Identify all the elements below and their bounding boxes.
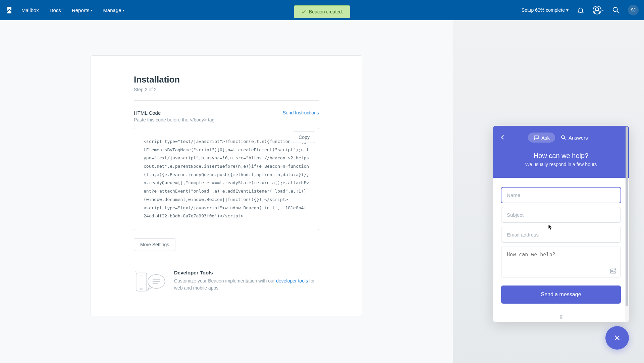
toast-success: Beacon created. [294,5,350,18]
card-title: Installation [134,74,319,85]
developer-tools-text: Developer Tools Customize your Beacon im… [174,270,319,292]
code-text: <script type="text/javascript">!function… [144,139,309,218]
svg-text:× ×: × × [135,270,139,273]
name-input[interactable] [501,187,621,203]
developer-tools-link[interactable]: developer tools [276,278,308,283]
nav-reports[interactable]: Reports▾ [72,7,93,13]
copy-button[interactable]: Copy [293,132,315,143]
logo-icon[interactable] [5,6,13,14]
svg-line-11 [564,138,566,140]
tab-answers[interactable]: Answers [555,133,593,143]
step-indicator: Step 2 of 2 [134,87,319,101]
svg-point-4 [141,288,142,290]
html-code-label: HTML Code [134,110,215,116]
chevron-down-icon: ▾ [566,7,569,13]
account-icon[interactable]: ▾ [593,6,604,14]
user-avatar[interactable]: SJ [628,5,639,15]
scrollbar[interactable] [625,126,629,322]
cursor-icon [548,224,553,230]
chevron-down-icon: ▾ [91,8,92,12]
html-code-header: HTML Code Paste this code before the </b… [134,110,319,122]
html-code-hint: Paste this code before the </body> tag [134,117,215,122]
beacon-widget: Ask Answers How can we help? We usually … [493,126,629,322]
chevron-down-icon: ▾ [123,8,124,12]
installation-card: Installation Step 2 of 2 HTML Code Paste… [91,55,362,316]
back-button[interactable] [500,134,506,141]
beacon-form: Send a message [493,178,629,310]
dev-tools-title: Developer Tools [174,270,319,275]
more-settings-button[interactable]: More Settings [134,238,175,251]
nav-docs[interactable]: Docs [50,7,61,13]
check-icon [301,9,306,14]
subject-input[interactable] [501,207,621,223]
attach-image-icon[interactable] [609,267,617,275]
beacon-subtitle: We usually respond in a few hours [500,162,622,167]
developer-tools-section: × × Developer Tools Customize your Beaco… [134,270,319,295]
tab-ask[interactable]: Ask [528,133,555,143]
close-icon [613,334,621,342]
code-snippet[interactable]: Copy <script type="text/javascript">!fun… [134,128,319,230]
nav-mailbox[interactable]: Mailbox [21,7,39,13]
preview-pane: Ask Answers How can we help? We usually … [453,20,644,363]
beacon-footer-logo [493,310,629,322]
chat-icon [533,135,539,141]
message-textarea[interactable] [501,247,621,277]
svg-point-0 [613,7,618,12]
beacon-close-fab[interactable] [605,326,629,350]
send-message-button[interactable]: Send a message [501,286,621,304]
search-icon[interactable] [612,6,620,14]
beacon-header: Ask Answers How can we help? We usually … [493,126,629,178]
main-left: Installation Step 2 of 2 HTML Code Paste… [0,20,453,363]
main: Installation Step 2 of 2 HTML Code Paste… [0,20,644,363]
setup-progress[interactable]: Setup 60% complete▾ [522,7,569,13]
svg-line-1 [617,11,619,13]
search-icon [560,135,567,141]
chevron-down-icon: ▾ [602,8,604,12]
nav-right: Setup 60% complete▾ ▾ SJ [522,5,639,15]
developer-tools-icon: × × [134,270,166,295]
nav-manage[interactable]: Manage▾ [103,7,124,13]
send-instructions-link[interactable]: Send Instructions [283,110,319,115]
toast-message: Beacon created. [309,9,343,14]
nav-items: Mailbox Docs Reports▾ Manage▾ [21,7,124,13]
beacon-title: How can we help? [500,152,622,160]
notifications-icon[interactable] [577,6,585,14]
email-input[interactable] [501,227,621,243]
